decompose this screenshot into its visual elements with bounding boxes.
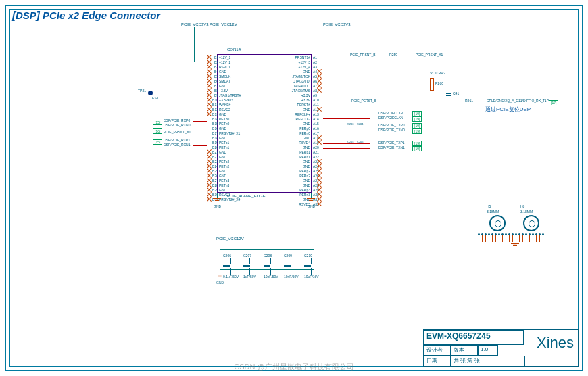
offpage-tx1a: [19] (412, 141, 422, 146)
wire (217, 193, 218, 198)
no-connect-icon (207, 112, 212, 116)
gnd-label-l: GND (214, 204, 221, 208)
gnd-label-caps: GND (216, 281, 224, 285)
decoupling-cap: C2060.1uF/50V (223, 254, 239, 279)
gnd-icon (511, 243, 519, 250)
net-prsnt-x1-out: PCIE_PRSNT_X1 (416, 53, 443, 57)
decoupling-cap: C21010uF/16V (304, 254, 319, 279)
cap-c205: C205 (347, 140, 354, 143)
offpage-prsntx1: [16] (153, 128, 162, 134)
decoupling-cap: C20810nF/50V (264, 254, 278, 279)
page-title: [DSP] PCIe x2 Edge Connector (12, 9, 160, 21)
cap-c206: C206 (357, 140, 364, 143)
offpage-tx0b: [19] (412, 128, 422, 134)
tb-company: Xines (537, 334, 574, 352)
net-rxp1: DSP/PCIE_RXP1 (164, 138, 190, 142)
hole-h6-val: 3.18MM (520, 210, 533, 214)
net-rxn1: DSP/PCIE_RXN1 (164, 143, 190, 147)
watermark: CSDN @广州星嵌电子科技有限公司 (0, 362, 588, 372)
net-rxn0: DSP/PCIE_RXN0 (164, 123, 190, 127)
ic-right-pin-names: PRSNT1#+12V_3+12V_4GNDJTAG2/TCKJTAG3/TDI… (292, 55, 310, 207)
offpage-perst: [17] (549, 100, 558, 105)
testpoint-dot (148, 91, 153, 95)
net-perst: PCIE_PERST_B (351, 99, 376, 103)
tb-rev-lbl: 版本 (451, 345, 478, 356)
net-txn0: DSP/PCIE_TXN0 (378, 128, 405, 132)
no-connect-icon (317, 140, 322, 145)
annotation-cn: 通过PCIE复位DSP (485, 105, 531, 113)
wire (323, 114, 370, 114)
wire (323, 126, 370, 126)
testpoint-label: TEST (150, 96, 159, 100)
res-r261-label: R261 (465, 99, 473, 103)
offpage-tx0a: [19] (412, 123, 422, 128)
net-refclkp: DSP/PCIECLKP (378, 111, 403, 115)
wire (220, 269, 220, 275)
wire (193, 121, 207, 122)
wire (323, 143, 370, 144)
wire (193, 145, 207, 146)
cap-c41-label: C41 (453, 91, 459, 95)
gnd-icon (216, 275, 224, 281)
rail-vcc3v3-left: PCIE_VCC3V3 (181, 22, 209, 26)
mounting-hole-h6 (523, 215, 539, 231)
wire (323, 131, 370, 131)
net-rxp0: DSP/PCIE_RXP0 (164, 118, 190, 122)
wire (323, 148, 370, 149)
decoupling-caps: C2060.1uF/50VC2071uF/50VC20810nF/50VC209… (216, 243, 331, 284)
tb-model: EVM-XQ6657Z45 (424, 330, 524, 345)
hole-h5-ref: H5 (487, 204, 491, 208)
hole-pads (477, 233, 545, 241)
wire (193, 141, 207, 141)
wire (220, 27, 220, 56)
offpage-rx1: [15] (153, 139, 162, 145)
offpage-refclk1: [19] (412, 111, 422, 116)
rail-vcc3v3-far: VCC3V3 (430, 71, 445, 75)
testpoint-ref: TP21 (138, 89, 146, 93)
resistor-r260 (430, 78, 434, 91)
tb-rev: 1.0 (478, 345, 498, 356)
net-perst-out: CPLD/GND/XQ_A_D11/DIFFIO_RX_T1P (487, 99, 549, 103)
tb-designer-lbl: 设计者 (424, 345, 451, 356)
rail-vcc12v: PCIE_VCC12V (210, 22, 237, 26)
cap-c203: C203 (347, 122, 354, 126)
net-prsntx1: PCIE_PRSNT_X1 (164, 130, 191, 134)
decoupling-cap: C20910nF/50V (284, 254, 299, 279)
wire (153, 93, 208, 93)
no-connect-icon (317, 107, 322, 112)
no-connect-icon (317, 202, 322, 206)
offpage-rx0: [15] (153, 120, 162, 125)
mounting-hole-h5 (489, 215, 506, 231)
net-txn1: DSP/PCIE_TXN1 (378, 145, 405, 149)
gnd-icon (213, 198, 221, 204)
wire (323, 57, 406, 57)
offpage-refclk2: [19] (412, 116, 422, 122)
gnd-label-r: GND (308, 204, 315, 208)
wire (323, 103, 485, 103)
no-connect-icon (207, 197, 212, 202)
wire (311, 193, 312, 198)
net-txp0: DSP/PCIE_TXP0 (378, 123, 405, 127)
net-refclkn: DSP/PCIECLKN (378, 116, 403, 120)
hole-h6-ref: H6 (520, 204, 524, 208)
wire (193, 133, 207, 133)
net-prsnt-b: PCIE_PRSNT_B (350, 53, 376, 57)
res-r260-label: R260 (435, 81, 443, 85)
rail-vcc3v3-right: PCIE_VCC3V3 (323, 22, 351, 26)
res-r259: R259 (389, 53, 397, 57)
gnd-icon (307, 198, 315, 204)
hole-h5-val: 3.18MM (487, 210, 499, 214)
cap-c204: C204 (357, 122, 364, 126)
no-connect-icon (317, 88, 322, 93)
wire (194, 27, 195, 62)
ic-refdes: CON14 (227, 47, 241, 51)
title-block: EVM-XQ6657Z45 Xines 设计者 版本 1.0 日期 共 张 第 … (423, 329, 579, 367)
wire (323, 118, 370, 119)
rail-cap12v: PCIE_VCC12V (216, 237, 244, 241)
net-txp1: DSP/PCIE_TXP1 (378, 141, 405, 145)
ic-left-pin-names: +12V_1+12V_2RSVD1GNDSMCLKSMDATGND+3.3VJT… (219, 55, 241, 202)
decoupling-cap: C2071uF/50V (243, 254, 256, 279)
offpage-tx1b: [19] (412, 146, 422, 151)
wire (335, 27, 335, 55)
wire (193, 126, 207, 126)
